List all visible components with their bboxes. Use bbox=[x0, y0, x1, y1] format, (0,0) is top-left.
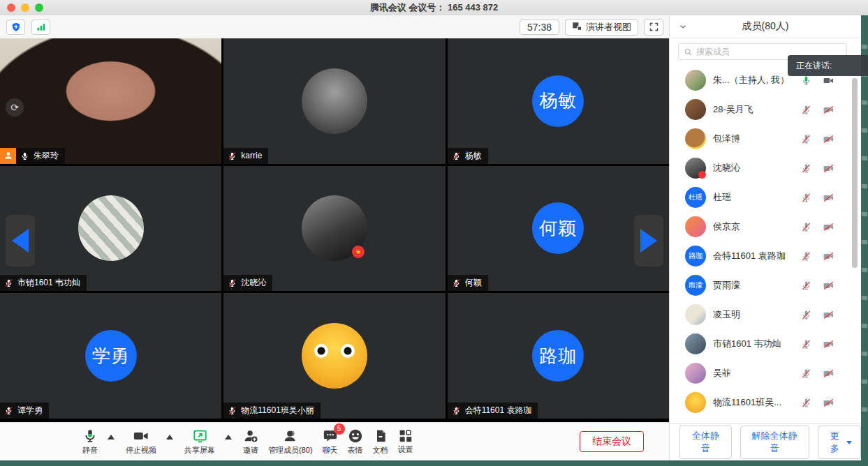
video-tile[interactable]: ⟳ 朱翠玲 bbox=[0, 38, 221, 164]
camera-on-icon[interactable] bbox=[823, 75, 834, 86]
tile-name: 市销1601 韦功灿 bbox=[17, 277, 80, 289]
share-options-arrow[interactable] bbox=[225, 435, 232, 439]
chat-button[interactable]: 5 聊天 bbox=[323, 428, 338, 456]
mute-all-button[interactable]: 全体静音 bbox=[679, 426, 732, 459]
mic-muted-icon[interactable] bbox=[801, 339, 811, 350]
member-row[interactable]: 路珈 会特11601 袁路珈 bbox=[670, 241, 861, 271]
mute-button[interactable]: 静音 bbox=[82, 428, 98, 456]
next-page-button[interactable] bbox=[634, 215, 663, 266]
tile-name: 物流11601班吴小丽 bbox=[241, 405, 314, 416]
avatar bbox=[78, 195, 144, 261]
member-name: 朱...（主持人, 我） bbox=[713, 74, 801, 87]
document-icon bbox=[374, 428, 388, 444]
fullscreen-button[interactable] bbox=[644, 19, 663, 36]
unmute-all-button[interactable]: 解除全体静音 bbox=[740, 426, 809, 459]
camera-off-icon[interactable] bbox=[823, 398, 834, 408]
camera-off-icon[interactable] bbox=[823, 280, 834, 291]
mic-muted-icon[interactable] bbox=[801, 398, 811, 408]
mic-muted-icon[interactable] bbox=[801, 193, 811, 203]
mic-muted-icon bbox=[452, 151, 461, 160]
security-button[interactable] bbox=[6, 20, 25, 35]
share-screen-button[interactable]: 共享屏幕 bbox=[184, 428, 215, 456]
camera-off-icon[interactable] bbox=[823, 251, 834, 262]
tile-name: 沈晓沁 bbox=[241, 277, 266, 289]
now-speaking-tooltip: 正在讲话: bbox=[788, 55, 868, 76]
member-row[interactable]: 侯京京 bbox=[670, 212, 861, 241]
mic-muted-icon[interactable] bbox=[801, 368, 811, 379]
camera-off-icon[interactable] bbox=[823, 134, 834, 144]
avatar bbox=[685, 304, 706, 325]
camera-off-icon[interactable] bbox=[823, 339, 834, 350]
camera-off-icon[interactable] bbox=[823, 193, 834, 203]
video-tile[interactable]: karrie bbox=[223, 38, 445, 164]
docs-label: 文档 bbox=[373, 445, 388, 456]
search-icon bbox=[684, 47, 693, 57]
docs-button[interactable]: 文档 bbox=[373, 428, 388, 456]
avatar: 路珈 bbox=[685, 246, 706, 266]
chat-label: 聊天 bbox=[323, 445, 338, 456]
mic-muted-icon[interactable] bbox=[801, 105, 811, 115]
member-row[interactable]: 沈晓沁 bbox=[670, 153, 861, 183]
share-screen-label: 共享屏幕 bbox=[184, 445, 215, 456]
member-row[interactable]: 包泽博 bbox=[670, 124, 861, 153]
member-row[interactable]: 吴菲 bbox=[670, 359, 861, 388]
member-row[interactable]: 杜瑶 杜瑶 bbox=[670, 183, 861, 212]
tile-name: 会特11601 袁路珈 bbox=[465, 405, 532, 416]
member-row[interactable]: 凌玉明 bbox=[670, 300, 861, 329]
tile-name: 朱翠玲 bbox=[34, 150, 59, 162]
signal-bars-icon bbox=[36, 22, 47, 33]
mic-muted-icon bbox=[452, 278, 461, 287]
avatar bbox=[685, 333, 706, 354]
video-tile[interactable]: 杨敏 杨敏 bbox=[448, 38, 669, 164]
member-row[interactable]: 28-吴月飞 bbox=[670, 95, 861, 124]
members-panel-title: 成员(80人) bbox=[670, 20, 861, 33]
mic-muted-icon[interactable] bbox=[801, 251, 811, 262]
network-status-button[interactable] bbox=[31, 20, 50, 35]
member-name: 市销1601 韦功灿 bbox=[713, 338, 801, 350]
settings-button[interactable]: 设置 bbox=[398, 428, 413, 455]
avatar: 杜瑶 bbox=[685, 187, 706, 208]
video-tile[interactable]: 学勇 谭学勇 bbox=[0, 293, 221, 419]
mic-muted-icon[interactable] bbox=[801, 163, 811, 174]
end-meeting-button[interactable]: 结束会议 bbox=[580, 431, 644, 452]
mic-muted-icon bbox=[228, 151, 237, 160]
flip-camera-icon[interactable]: ⟳ bbox=[6, 98, 24, 116]
stop-video-button[interactable]: 停止视频 bbox=[126, 428, 156, 456]
avatar: 路珈 bbox=[532, 330, 584, 382]
member-row[interactable]: 市销1601 韦功灿 bbox=[670, 329, 861, 359]
mic-on-icon[interactable] bbox=[801, 75, 811, 86]
manage-members-label: 管理成员(80) bbox=[268, 445, 313, 456]
mic-muted-icon[interactable] bbox=[801, 134, 811, 144]
invite-label: 邀请 bbox=[243, 445, 258, 456]
video-tile[interactable]: 路珈 会特11601 袁路珈 bbox=[448, 293, 669, 419]
invite-button[interactable]: 邀请 bbox=[243, 428, 258, 456]
tile-name: karrie bbox=[241, 151, 262, 160]
camera-off-icon[interactable] bbox=[823, 163, 834, 174]
member-row[interactable]: 物流11601班吴... bbox=[670, 388, 861, 417]
previous-page-button[interactable] bbox=[6, 215, 35, 266]
camera-off-icon[interactable] bbox=[823, 105, 834, 115]
video-options-arrow[interactable] bbox=[166, 435, 173, 439]
camera-off-icon[interactable] bbox=[823, 368, 834, 379]
camera-off-icon[interactable] bbox=[823, 310, 834, 320]
video-grid: ⟳ 朱翠玲 karrie 杨敏 bbox=[0, 38, 669, 422]
mic-muted-icon[interactable] bbox=[801, 222, 811, 232]
arrow-right-icon bbox=[640, 229, 657, 253]
member-row[interactable]: 雨濛 贾雨濛 bbox=[670, 271, 861, 300]
avatar bbox=[685, 158, 706, 179]
video-tile[interactable]: ★ 沈晓沁 bbox=[223, 166, 445, 292]
avatar: ★ bbox=[302, 195, 367, 261]
mic-muted-icon[interactable] bbox=[801, 310, 811, 320]
camera-off-icon[interactable] bbox=[823, 222, 834, 232]
mute-options-arrow[interactable] bbox=[108, 435, 115, 439]
speaker-view-button[interactable]: 演讲者视图 bbox=[565, 19, 638, 36]
chevron-down-icon[interactable] bbox=[678, 22, 688, 31]
video-tile[interactable]: 物流11601班吴小丽 bbox=[223, 293, 445, 419]
mic-muted-icon[interactable] bbox=[801, 280, 811, 291]
manage-members-button[interactable]: 管理成员(80) bbox=[268, 428, 313, 456]
mic-muted-icon bbox=[4, 278, 13, 287]
layout-icon bbox=[572, 22, 582, 32]
more-button[interactable]: 更多 bbox=[818, 426, 861, 459]
scrollbar-thumb[interactable] bbox=[852, 78, 858, 268]
emoji-button[interactable]: 表情 bbox=[348, 428, 363, 456]
